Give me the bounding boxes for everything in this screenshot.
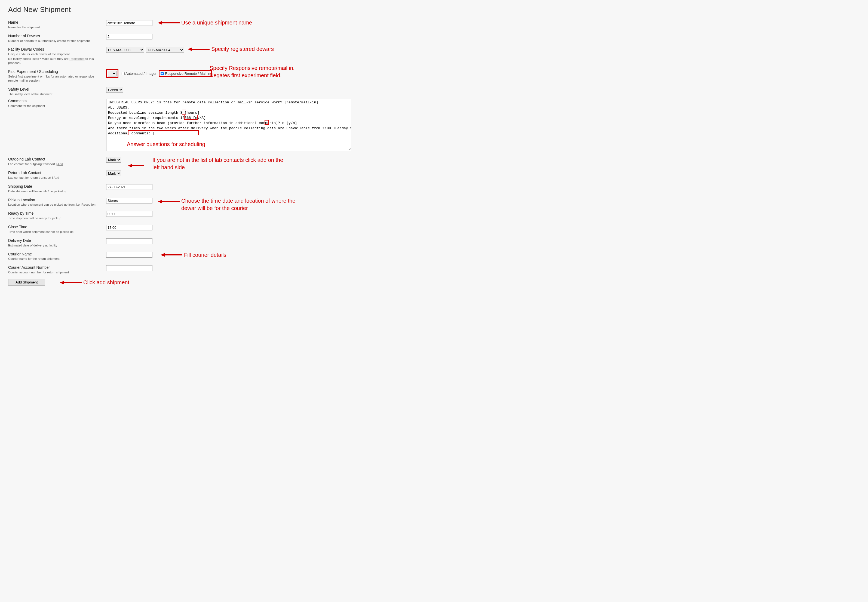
responsive-checkbox[interactable] — [161, 72, 164, 75]
outgoing-contact-label: Outgoing Lab Contact — [8, 157, 101, 161]
comments-textarea[interactable]: INDUSTRIAL USERS ONLY: is this for remot… — [106, 99, 351, 151]
courier-account-input[interactable] — [106, 265, 152, 271]
automated-checkbox[interactable] — [121, 72, 125, 75]
first-exp-highlight-box: - — [106, 69, 119, 78]
courier-account-hint: Courier account number for return shipme… — [8, 270, 101, 275]
shipping-date-hint: Date shipment will leave lab / be picked… — [8, 189, 101, 194]
row-outgoing-contact: Outgoing Lab Contact Lab contact for out… — [8, 157, 860, 166]
row-courier-account: Courier Account Number Courier account n… — [8, 265, 860, 275]
annotation-courier: Fill courier details — [184, 251, 226, 259]
safety-select[interactable]: Green — [106, 87, 123, 93]
courier-name-hint: Courier name for the return shipment — [8, 257, 101, 261]
annotation-contacts: If you are not in the list of lab contac… — [152, 157, 289, 171]
row-num-dewars: Number of Dewars Number of dewars to aut… — [8, 34, 860, 43]
first-exp-label: First Experiment / Scheduling — [8, 69, 101, 74]
page-title: Add New Shipment — [8, 5, 860, 14]
pickup-location-input[interactable] — [106, 198, 152, 203]
arrow-icon — [128, 163, 144, 168]
annotation-name: Use a unique shipment name — [181, 19, 252, 26]
pickup-location-hint: Location where shipment can be picked up… — [8, 203, 101, 207]
svg-marker-11 — [60, 281, 64, 284]
row-close-time: Close Time Time after which shipment can… — [8, 225, 860, 234]
row-submit: Add Shipment Click add shipment — [8, 279, 860, 286]
name-input[interactable] — [106, 20, 152, 26]
row-return-contact: Return Lab Contact Lab contact for retur… — [8, 170, 860, 180]
row-shipping-date: Shipping Date Date shipment will leave l… — [8, 184, 860, 194]
outgoing-add-link[interactable]: Add — [57, 163, 63, 166]
arrow-icon — [158, 20, 180, 26]
svg-marker-9 — [161, 253, 165, 257]
outgoing-contact-hint: Lab contact for outgoing transport | Add — [8, 162, 101, 166]
row-ready-time: Ready by Time Time shipment will be read… — [8, 211, 860, 220]
facility-codes-hint-b: No facility codes listed? Make sure they… — [8, 57, 101, 65]
responsive-label: Responsive Remote / Mail-in — [165, 72, 210, 75]
safety-hint: The safety level of the shipment — [8, 92, 101, 96]
facility-codes-label: Facility Dewar Codes — [8, 47, 101, 52]
close-time-hint: Time after which shipment cannot be pick… — [8, 230, 101, 234]
arrow-icon — [60, 280, 82, 286]
automated-label: Automated / Imager — [125, 72, 157, 75]
arrow-icon — [161, 252, 182, 258]
registered-link[interactable]: Registered — [69, 57, 85, 60]
name-hint: Name for the shipment — [8, 25, 101, 29]
svg-marker-3 — [188, 47, 192, 51]
svg-marker-5 — [128, 164, 132, 167]
num-dewars-hint: Number of dewars to automatically create… — [8, 39, 101, 43]
comments-label: Comments — [8, 99, 101, 103]
return-contact-label: Return Lab Contact — [8, 170, 101, 175]
courier-account-label: Courier Account Number — [8, 265, 101, 270]
first-exp-select[interactable]: - — [108, 71, 117, 77]
facility-code-select-1[interactable]: DLS-MX-9003 — [106, 47, 144, 53]
return-add-link[interactable]: Add — [54, 176, 59, 179]
row-name: Name Name for the shipment Use a unique … — [8, 20, 860, 29]
num-dewars-input[interactable] — [106, 34, 152, 40]
ready-time-hint: Time shipment will be ready for pickup — [8, 216, 101, 220]
first-exp-hint: Select first experiment or if it's for a… — [8, 75, 101, 83]
annotation-dewars: Specify registered dewars — [211, 45, 274, 53]
outgoing-contact-select[interactable]: Mark — [106, 157, 121, 163]
comments-hint: Comment for the shipment — [8, 104, 101, 108]
annotation-submit: Click add shipment — [83, 279, 129, 286]
ready-time-input[interactable] — [106, 211, 152, 217]
row-safety: Safety Level The safety level of the shi… — [8, 87, 860, 96]
responsive-highlight-box: Responsive Remote / Mail-in — [159, 70, 212, 77]
return-contact-select[interactable]: Mark — [106, 170, 121, 176]
name-label: Name — [8, 20, 101, 25]
courier-name-label: Courier Name — [8, 252, 101, 256]
delivery-date-hint: Estimated date of delivery at facility — [8, 243, 101, 247]
row-delivery-date: Delivery Date Estimated date of delivery… — [8, 238, 860, 247]
svg-marker-1 — [158, 21, 162, 25]
add-shipment-button[interactable]: Add Shipment — [8, 279, 45, 286]
close-time-label: Close Time — [8, 225, 101, 229]
facility-code-select-2[interactable]: DLS-MX-9004 — [146, 47, 184, 53]
courier-name-input[interactable] — [106, 252, 152, 258]
row-pickup-location: Pickup Location Location where shipment … — [8, 198, 860, 207]
row-facility-codes: Facility Dewar Codes Unique code for eac… — [8, 47, 860, 65]
delivery-date-label: Delivery Date — [8, 238, 101, 243]
close-time-input[interactable] — [106, 225, 152, 230]
row-comments: Comments Comment for the shipment INDUST… — [8, 99, 860, 151]
facility-codes-hint-a: Unique code for each dewar of the shipme… — [8, 52, 101, 56]
delivery-date-input[interactable] — [106, 238, 152, 244]
arrow-icon — [188, 46, 209, 52]
ready-time-label: Ready by Time — [8, 211, 101, 216]
svg-marker-7 — [158, 200, 162, 203]
return-contact-hint: Lab contact for return transport | Add — [8, 176, 101, 180]
pickup-location-label: Pickup Location — [8, 198, 101, 203]
arrow-icon — [158, 199, 180, 204]
shipping-date-input[interactable] — [106, 184, 152, 190]
shipping-date-label: Shipping Date — [8, 184, 101, 189]
num-dewars-label: Number of Dewars — [8, 34, 101, 38]
annotation-responsive: Specify Responsive remote/mail in. Negat… — [209, 64, 294, 79]
row-first-experiment: First Experiment / Scheduling Select fir… — [8, 69, 860, 83]
safety-label: Safety Level — [8, 87, 101, 92]
row-courier-name: Courier Name Courier name for the return… — [8, 252, 860, 261]
annotation-pickup: Choose the time date and location of whe… — [181, 197, 306, 212]
